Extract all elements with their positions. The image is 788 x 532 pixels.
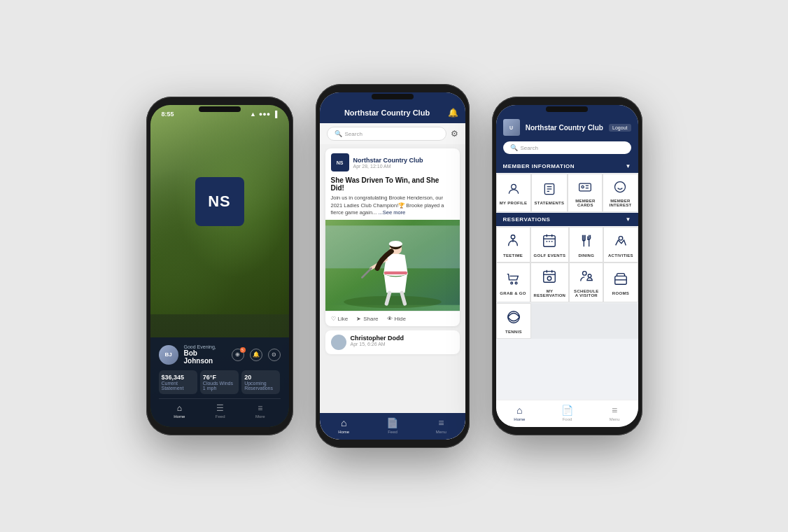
- rooms-icon: [613, 271, 628, 288]
- phone1-greeting-text: Good Evening,: [184, 344, 226, 349]
- phone1-stat-reservations: 20 Upcoming Reservations: [241, 370, 280, 394]
- phone-2: Northstar Country Club 🔔 🔍 Search ⚙ NS: [316, 84, 470, 448]
- reservations-label: RESERVATIONS: [503, 216, 551, 223]
- post-like-button[interactable]: ♡ Like: [331, 316, 349, 322]
- phone1-stat-balance: $36,345 Current Statement: [159, 370, 197, 394]
- phone3-title: Northstar Country Club: [526, 124, 604, 132]
- phone2-header-icons: 🔔: [448, 108, 458, 118]
- phone2-nav-home[interactable]: ⌂ Home: [338, 417, 349, 434]
- phone2-bottom-nav: ⌂ Home 📄 Feed ≡ Menu: [320, 413, 465, 440]
- phone1-weather-value: 76°F: [203, 374, 236, 381]
- post-hide-button[interactable]: 👁 Hide: [387, 316, 406, 322]
- menu-item-activities[interactable]: ACTIVITIES: [603, 227, 638, 262]
- phone1-nav-home[interactable]: ⌂ Home: [174, 403, 185, 419]
- phone3-logout-button[interactable]: Logout: [609, 124, 631, 132]
- phone2-search-row: 🔍 Search ⚙: [320, 123, 465, 144]
- phone3-nav-home[interactable]: ⌂ Home: [514, 405, 525, 421]
- comment-date: Apr 15, 6:26 AM: [351, 342, 404, 346]
- phone2-nav-feed[interactable]: 📄 Feed: [386, 417, 398, 434]
- phone2-search-placeholder: Search: [345, 131, 439, 137]
- phone1-messages-icon[interactable]: ⊕ 5: [232, 349, 244, 361]
- menu-label-my-reservation: MY RESERVATION: [534, 289, 566, 298]
- comment-author-name: Christopher Dodd: [351, 335, 404, 342]
- phone1-logo-text: NS: [208, 192, 231, 211]
- phone1-nav: ⌂ Home ☰ Feed ≡ More: [159, 398, 281, 421]
- post-share-button[interactable]: ➤ Share: [356, 316, 378, 322]
- menu-item-dining[interactable]: DINING: [569, 227, 603, 262]
- menu-item-my-reservation[interactable]: MY RESERVATION: [530, 262, 570, 302]
- phone2-search-box[interactable]: 🔍 Search: [327, 127, 446, 141]
- post-title: She Was Driven To Win, and She Did!: [325, 176, 460, 195]
- menu-item-member-cards[interactable]: MEMBER CARDS: [568, 174, 603, 212]
- phone2-filter-button[interactable]: ⚙: [451, 129, 458, 139]
- svg-point-39: [548, 276, 552, 281]
- phone3-nav-food[interactable]: 📄 Food: [561, 405, 573, 421]
- post-see-more[interactable]: ...See more: [378, 209, 405, 216]
- member-interest-icon: [613, 180, 627, 196]
- menu-label-golf-events: GOLF EVENTS: [534, 253, 566, 258]
- svg-rect-6: [384, 271, 407, 274]
- svg-point-5: [388, 241, 402, 247]
- menu-label-activities: ACTIVITIES: [608, 253, 633, 258]
- statements-icon: [542, 182, 556, 198]
- reservations-chevron[interactable]: ▼: [626, 216, 631, 223]
- member-info-label: MEMBER INFORMATION: [503, 163, 575, 169]
- phone1-bell-icon[interactable]: 🔔: [250, 349, 262, 361]
- phone1-wifi: ▲: [250, 111, 256, 118]
- svg-point-43: [588, 274, 591, 278]
- phone3-avatar: U: [503, 119, 520, 136]
- menu-item-teetime[interactable]: TEETIME: [496, 227, 530, 262]
- menu-label-rooms: ROOMS: [612, 291, 629, 295]
- post-image: [325, 220, 460, 311]
- svg-point-23: [511, 235, 515, 239]
- phone3-search-box[interactable]: 🔍 Search: [503, 141, 631, 154]
- post-actions: ♡ Like ➤ Share 👁 Hide: [325, 311, 460, 326]
- menu-item-my-profile[interactable]: MY PROFILE: [496, 174, 531, 212]
- phone1-nav-more[interactable]: ≡ More: [255, 403, 265, 419]
- teetime-icon: [505, 233, 521, 251]
- phone2-post-card: NS Northstar Country Club Apr 28, 12:10 …: [325, 148, 460, 326]
- phone1-stat-weather: 76°F Clouds Winds 1 mph: [200, 370, 239, 394]
- menu-item-member-interest[interactable]: MEMBER INTEREST: [603, 174, 638, 212]
- phone1-battery: ▐: [273, 111, 277, 118]
- profile-icon: [507, 182, 521, 198]
- menu-label-schedule-visitor: SCHEDULE A VISITOR: [572, 289, 600, 298]
- phone2-nav-menu[interactable]: ≡ Menu: [436, 417, 446, 434]
- phone1-action-icons: ⊕ 5 🔔 ⊙: [232, 349, 281, 361]
- menu-label-teetime: TEETIME: [503, 253, 523, 258]
- golf-events-icon: [542, 233, 557, 251]
- my-reservation-icon: [542, 269, 557, 286]
- post-meta: Northstar Country Club Apr 28, 12:10 AM: [353, 157, 423, 169]
- comment-avatar: [331, 335, 346, 350]
- member-cards-icon: [578, 180, 592, 196]
- phone3-search-row: 🔍 Search: [496, 141, 638, 160]
- svg-point-42: [582, 272, 586, 276]
- menu-item-tennis[interactable]: TENNIS: [496, 303, 532, 339]
- phone1-user-name: Bob Johnson: [184, 349, 226, 365]
- menu-item-schedule-visitor[interactable]: SCHEDULE A VISITOR: [569, 262, 603, 302]
- phone1-weather-label: Clouds Winds 1 mph: [203, 381, 236, 391]
- phone1-reservations-value: 20: [244, 374, 277, 381]
- phone1-balance-label: Current Statement: [162, 381, 195, 391]
- phone1-time: 8:55: [162, 111, 174, 118]
- reservations-grid: TEETIME GOLF EVENTS DINING: [496, 227, 638, 302]
- phone-1: 8:55 ▲ ●●● ▐ NS BJ Good Evening,: [146, 97, 293, 435]
- comment-meta: Christopher Dodd Apr 15, 6:26 AM: [351, 335, 404, 346]
- phone3-nav-menu[interactable]: ≡ Menu: [610, 405, 620, 421]
- post-club-avatar: NS: [331, 153, 349, 172]
- grab-go-icon: [505, 271, 521, 288]
- phone3-bottom-nav: ⌂ Home 📄 Food ≡ Menu: [496, 400, 638, 427]
- menu-item-rooms[interactable]: ROOMS: [603, 262, 638, 302]
- menu-item-statements[interactable]: STATEMENTS: [531, 174, 568, 212]
- menu-item-golf-events[interactable]: GOLF EVENTS: [530, 227, 570, 262]
- phone2-comment: Christopher Dodd Apr 15, 6:26 AM: [325, 330, 460, 354]
- phone2-bell-icon[interactable]: 🔔: [448, 108, 458, 118]
- svg-point-36: [515, 282, 517, 284]
- main-scene: 8:55 ▲ ●●● ▐ NS BJ Good Evening,: [118, 56, 670, 476]
- phone1-nav-feed[interactable]: ☰ Feed: [216, 403, 225, 419]
- phone1-timer-icon[interactable]: ⊙: [268, 349, 281, 361]
- tennis-grid: TENNIS: [496, 303, 638, 339]
- menu-item-grab-go[interactable]: GRAB & GO: [496, 262, 530, 302]
- member-info-chevron[interactable]: ▼: [626, 163, 631, 169]
- menu-label-member-interest: MEMBER INTEREST: [606, 199, 634, 207]
